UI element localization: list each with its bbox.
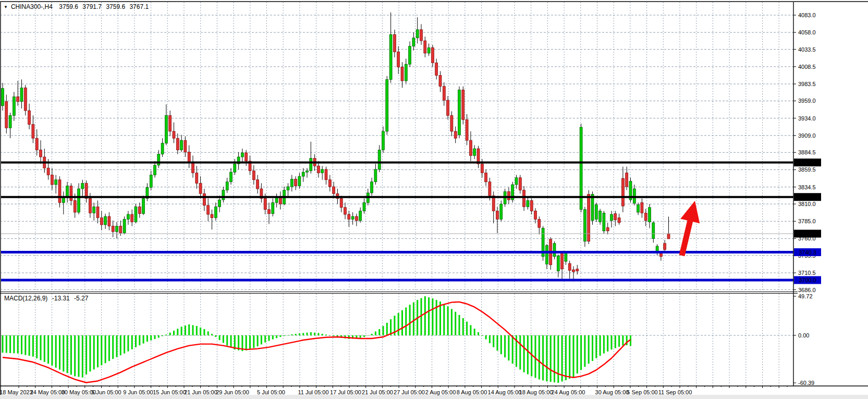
- candle: [469, 140, 472, 155]
- macd-histogram-bar: [455, 312, 456, 335]
- candle: [363, 202, 365, 211]
- macd-histogram-bar: [508, 335, 509, 360]
- macd-histogram-bar: [165, 334, 167, 335]
- macd-histogram-bar: [557, 335, 559, 383]
- svg-text:3983.5: 3983.5: [798, 81, 816, 87]
- macd-histogram-bar: [466, 322, 468, 335]
- candle: [9, 115, 11, 128]
- macd-histogram-bar: [29, 335, 30, 356]
- candle: [203, 194, 205, 205]
- candle: [485, 173, 487, 182]
- macd-histogram-bar: [268, 335, 270, 341]
- svg-text:21 Jul 05:00: 21 Jul 05:00: [362, 389, 393, 395]
- macd-histogram-bar: [584, 335, 585, 367]
- svg-text:3740.3: 3740.3: [799, 249, 816, 256]
- candle: [302, 172, 304, 176]
- macd-histogram-bar: [47, 335, 49, 364]
- candle: [652, 223, 655, 239]
- candle: [553, 244, 556, 257]
- macd-histogram-bar: [21, 335, 22, 354]
- macd-histogram-bar: [131, 335, 133, 349]
- svg-text:3700.0: 3700.0: [799, 277, 816, 283]
- macd-histogram-bar: [519, 335, 521, 370]
- candle: [473, 149, 476, 155]
- candle: [13, 97, 15, 116]
- price-badge: 3700.0: [794, 276, 821, 284]
- price-badge: 3767.1: [794, 229, 821, 237]
- macd-histogram-bar: [607, 335, 608, 352]
- candle: [24, 88, 27, 111]
- candle: [500, 204, 503, 219]
- candle: [424, 41, 426, 53]
- candle: [58, 180, 61, 203]
- macd-histogram-bar: [173, 331, 175, 335]
- mt4-chart-window: 4083.04058.04033.54008.53983.53959.03934…: [0, 0, 868, 399]
- candle: [234, 164, 236, 172]
- macd-histogram-bar: [139, 335, 140, 345]
- candle: [621, 178, 624, 206]
- macd-histogram-bar: [470, 325, 471, 335]
- price-badge: 3740.3: [794, 248, 821, 256]
- macd-histogram-bar: [618, 335, 620, 347]
- candle: [28, 111, 31, 125]
- candle: [310, 159, 312, 171]
- candle: [664, 244, 666, 250]
- ohlc-open-value: 3759.6: [59, 3, 78, 10]
- macd-histogram-bar: [169, 333, 171, 335]
- macd-histogram-bar: [535, 335, 536, 378]
- svg-text:3820.1: 3820.1: [799, 194, 816, 200]
- candle: [184, 140, 187, 152]
- macd-histogram-bar: [284, 335, 285, 336]
- symbol-dropdown-icon[interactable]: ▼: [4, 5, 8, 9]
- macd-histogram-bar: [580, 335, 582, 370]
- chart-canvas[interactable]: 4083.04058.04033.54008.53983.53959.03934…: [0, 0, 868, 399]
- macd-histogram-bar: [188, 324, 190, 335]
- macd-histogram-bar: [32, 335, 34, 357]
- candle: [659, 253, 662, 257]
- macd-histogram-bar: [108, 335, 110, 361]
- price-badge: 3820.1: [794, 193, 821, 201]
- candle: [405, 64, 407, 81]
- macd-histogram-bar: [363, 335, 365, 337]
- macd-histogram-bar: [253, 335, 254, 348]
- candle: [32, 125, 34, 139]
- svg-text:3686.0: 3686.0: [798, 287, 816, 293]
- macd-histogram-bar: [82, 335, 83, 378]
- macd-histogram-bar: [70, 335, 72, 374]
- macd-indicator-label: MACD(12,26,9) -13.31 -5.27: [4, 295, 88, 302]
- candle: [420, 30, 423, 41]
- svg-text:-60.39: -60.39: [798, 380, 814, 386]
- macd-histogram-bar: [500, 335, 502, 354]
- candle: [351, 216, 354, 219]
- candle: [393, 34, 396, 52]
- svg-text:5 Sep 05:00: 5 Sep 05:00: [627, 389, 657, 395]
- candle: [222, 190, 225, 200]
- candle: [488, 182, 491, 196]
- macd-histogram-bar: [512, 335, 514, 364]
- macd-histogram-bar: [291, 334, 292, 335]
- macd-histogram-bar: [443, 304, 445, 335]
- macd-histogram-bar: [565, 335, 567, 380]
- candle: [409, 46, 411, 64]
- macd-histogram-bar: [424, 296, 426, 335]
- candle: [649, 208, 651, 222]
- candle: [89, 198, 91, 213]
- macd-histogram-bar: [279, 335, 281, 337]
- candle: [374, 170, 377, 182]
- candle: [382, 131, 385, 150]
- macd-histogram-bar: [51, 335, 53, 366]
- candle: [108, 216, 111, 226]
- candle: [389, 34, 392, 79]
- macd-histogram-bar: [154, 335, 156, 339]
- candle: [287, 187, 289, 190]
- macd-histogram-bar: [6, 335, 7, 353]
- candle: [507, 191, 510, 200]
- candle: [195, 173, 198, 183]
- candle: [386, 79, 388, 131]
- macd-histogram-bar: [261, 335, 262, 344]
- candle: [644, 213, 647, 221]
- macd-histogram-bar: [127, 335, 129, 352]
- candle: [180, 140, 183, 150]
- macd-histogram-bar: [307, 333, 308, 335]
- macd-histogram-bar: [203, 329, 205, 335]
